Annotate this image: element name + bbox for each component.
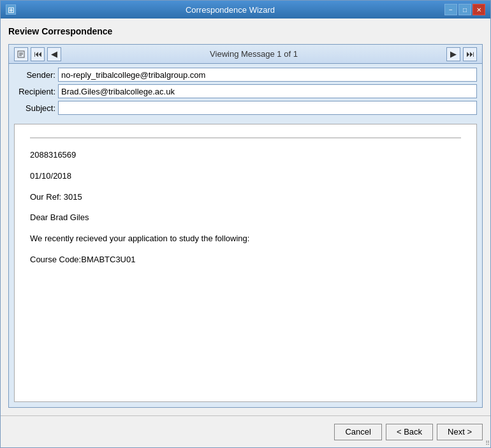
title-bar-buttons: − □ ✕ — [444, 4, 485, 15]
header-divider — [30, 137, 461, 138]
window-title: Correspondence Wizard — [16, 5, 444, 15]
section-title: Review Correspondence — [8, 26, 483, 36]
next-icon: ▶ — [450, 49, 457, 59]
next-button[interactable]: Next > — [437, 424, 483, 440]
message-line4: Dear Brad Giles — [30, 211, 461, 225]
next-record-button[interactable]: ▶ — [446, 47, 460, 61]
message-content-area: 2088316569 01/10/2018 Our Ref: 3015 Dear… — [14, 124, 477, 402]
main-panel: ⏮ ◀ Viewing Message 1 of 1 ▶ ⏭ Sender: — [8, 44, 483, 408]
close-button[interactable]: ✕ — [473, 4, 485, 15]
message-line6: Course Code:BMABTC3U01 — [30, 253, 461, 267]
prev-record-button[interactable]: ◀ — [47, 47, 61, 61]
recipient-row: Recipient: — [14, 84, 477, 98]
viewing-message-label: Viewing Message 1 of 1 — [64, 49, 444, 59]
message-line5: We recently recieved your application to… — [30, 232, 461, 246]
subject-label: Subject: — [14, 103, 55, 113]
message-line3: Our Ref: 3015 — [30, 191, 461, 204]
correspondence-wizard-window: ⊞ Correspondence Wizard − □ ✕ Review Cor… — [0, 0, 491, 448]
subject-input[interactable] — [58, 101, 477, 115]
recipient-input[interactable] — [58, 84, 477, 98]
last-icon: ⏭ — [466, 49, 474, 59]
maximize-button[interactable]: □ — [458, 4, 471, 15]
minimize-button[interactable]: − — [444, 4, 457, 15]
message-line2: 01/10/2018 — [30, 170, 461, 183]
last-record-button[interactable]: ⏭ — [463, 47, 477, 61]
footer: Cancel < Back Next > ⠿ — [1, 415, 490, 447]
cancel-button[interactable]: Cancel — [334, 424, 381, 440]
message-scroll-area[interactable]: 2088316569 01/10/2018 Our Ref: 3015 Dear… — [15, 124, 476, 401]
prev-icon: ◀ — [51, 49, 57, 59]
resize-grip: ⠿ — [485, 440, 490, 447]
form-area: Sender: Recipient: Subject: — [9, 64, 482, 119]
first-record-button[interactable]: ⏮ — [31, 47, 45, 61]
back-button[interactable]: < Back — [386, 424, 433, 440]
message-toolbar: ⏮ ◀ Viewing Message 1 of 1 ▶ ⏭ — [9, 45, 482, 64]
sender-label: Sender: — [14, 70, 55, 80]
attach-button[interactable] — [14, 47, 28, 61]
recipient-label: Recipient: — [14, 87, 55, 96]
sender-input[interactable] — [58, 68, 477, 82]
message-line1: 2088316569 — [30, 149, 461, 162]
title-bar: ⊞ Correspondence Wizard − □ ✕ — [1, 1, 490, 19]
window-icon: ⊞ — [6, 4, 16, 15]
sender-row: Sender: — [14, 68, 477, 82]
first-icon: ⏮ — [34, 49, 42, 59]
content-area: Review Correspondence ⏮ ◀ — [1, 19, 490, 415]
message-body: 2088316569 01/10/2018 Our Ref: 3015 Dear… — [30, 149, 461, 267]
subject-row: Subject: — [14, 101, 477, 115]
